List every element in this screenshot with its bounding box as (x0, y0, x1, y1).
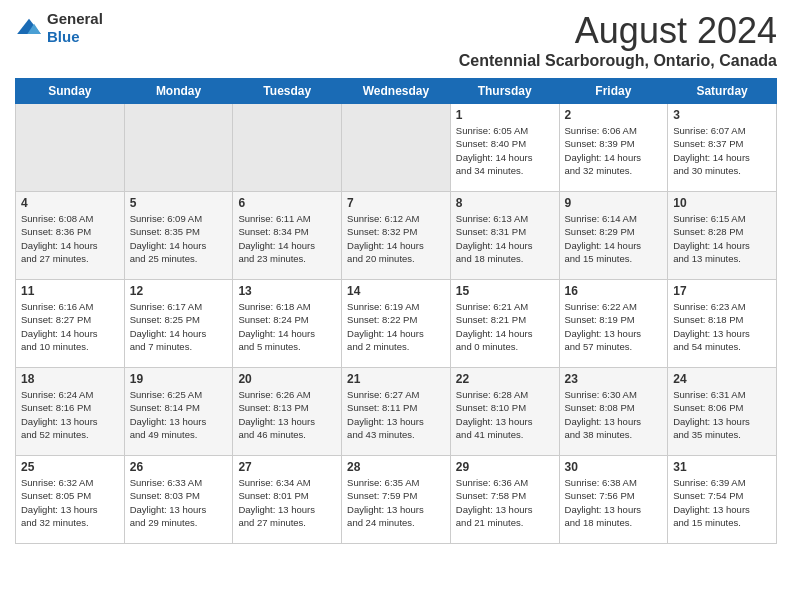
day-number: 7 (347, 196, 445, 210)
day-info: Sunrise: 6:09 AM Sunset: 8:35 PM Dayligh… (130, 212, 228, 265)
day-info: Sunrise: 6:26 AM Sunset: 8:13 PM Dayligh… (238, 388, 336, 441)
day-number: 29 (456, 460, 554, 474)
day-number: 21 (347, 372, 445, 386)
calendar-cell: 6Sunrise: 6:11 AM Sunset: 8:34 PM Daylig… (233, 192, 342, 280)
calendar-cell (124, 104, 233, 192)
calendar-week-1: 1Sunrise: 6:05 AM Sunset: 8:40 PM Daylig… (16, 104, 777, 192)
day-number: 6 (238, 196, 336, 210)
calendar-cell: 19Sunrise: 6:25 AM Sunset: 8:14 PM Dayli… (124, 368, 233, 456)
day-number: 31 (673, 460, 771, 474)
day-info: Sunrise: 6:19 AM Sunset: 8:22 PM Dayligh… (347, 300, 445, 353)
day-header-saturday: Saturday (668, 79, 777, 104)
day-info: Sunrise: 6:28 AM Sunset: 8:10 PM Dayligh… (456, 388, 554, 441)
day-info: Sunrise: 6:18 AM Sunset: 8:24 PM Dayligh… (238, 300, 336, 353)
main-title: August 2024 (459, 10, 777, 52)
calendar-cell: 21Sunrise: 6:27 AM Sunset: 8:11 PM Dayli… (342, 368, 451, 456)
day-header-wednesday: Wednesday (342, 79, 451, 104)
day-info: Sunrise: 6:30 AM Sunset: 8:08 PM Dayligh… (565, 388, 663, 441)
day-number: 17 (673, 284, 771, 298)
day-number: 24 (673, 372, 771, 386)
calendar-cell: 2Sunrise: 6:06 AM Sunset: 8:39 PM Daylig… (559, 104, 668, 192)
day-number: 27 (238, 460, 336, 474)
calendar-cell: 13Sunrise: 6:18 AM Sunset: 8:24 PM Dayli… (233, 280, 342, 368)
day-info: Sunrise: 6:38 AM Sunset: 7:56 PM Dayligh… (565, 476, 663, 529)
calendar-cell: 25Sunrise: 6:32 AM Sunset: 8:05 PM Dayli… (16, 456, 125, 544)
day-info: Sunrise: 6:31 AM Sunset: 8:06 PM Dayligh… (673, 388, 771, 441)
day-number: 4 (21, 196, 119, 210)
day-number: 18 (21, 372, 119, 386)
calendar-cell (233, 104, 342, 192)
calendar-cell: 28Sunrise: 6:35 AM Sunset: 7:59 PM Dayli… (342, 456, 451, 544)
day-number: 20 (238, 372, 336, 386)
day-number: 8 (456, 196, 554, 210)
day-info: Sunrise: 6:34 AM Sunset: 8:01 PM Dayligh… (238, 476, 336, 529)
day-number: 13 (238, 284, 336, 298)
calendar-cell: 15Sunrise: 6:21 AM Sunset: 8:21 PM Dayli… (450, 280, 559, 368)
day-info: Sunrise: 6:16 AM Sunset: 8:27 PM Dayligh… (21, 300, 119, 353)
day-header-friday: Friday (559, 79, 668, 104)
day-info: Sunrise: 6:14 AM Sunset: 8:29 PM Dayligh… (565, 212, 663, 265)
day-header-sunday: Sunday (16, 79, 125, 104)
day-number: 11 (21, 284, 119, 298)
day-info: Sunrise: 6:25 AM Sunset: 8:14 PM Dayligh… (130, 388, 228, 441)
calendar-table: SundayMondayTuesdayWednesdayThursdayFrid… (15, 78, 777, 544)
calendar-cell: 22Sunrise: 6:28 AM Sunset: 8:10 PM Dayli… (450, 368, 559, 456)
calendar-cell: 31Sunrise: 6:39 AM Sunset: 7:54 PM Dayli… (668, 456, 777, 544)
calendar-cell: 4Sunrise: 6:08 AM Sunset: 8:36 PM Daylig… (16, 192, 125, 280)
day-header-tuesday: Tuesday (233, 79, 342, 104)
day-info: Sunrise: 6:11 AM Sunset: 8:34 PM Dayligh… (238, 212, 336, 265)
day-info: Sunrise: 6:27 AM Sunset: 8:11 PM Dayligh… (347, 388, 445, 441)
day-number: 26 (130, 460, 228, 474)
calendar-cell: 30Sunrise: 6:38 AM Sunset: 7:56 PM Dayli… (559, 456, 668, 544)
logo-text-general: General (47, 10, 103, 27)
subtitle: Centennial Scarborough, Ontario, Canada (459, 52, 777, 70)
day-header-monday: Monday (124, 79, 233, 104)
logo-text-blue: Blue (47, 28, 80, 45)
calendar-cell: 1Sunrise: 6:05 AM Sunset: 8:40 PM Daylig… (450, 104, 559, 192)
day-info: Sunrise: 6:22 AM Sunset: 8:19 PM Dayligh… (565, 300, 663, 353)
day-number: 5 (130, 196, 228, 210)
calendar-cell: 27Sunrise: 6:34 AM Sunset: 8:01 PM Dayli… (233, 456, 342, 544)
calendar-cell: 24Sunrise: 6:31 AM Sunset: 8:06 PM Dayli… (668, 368, 777, 456)
day-info: Sunrise: 6:35 AM Sunset: 7:59 PM Dayligh… (347, 476, 445, 529)
calendar-cell: 10Sunrise: 6:15 AM Sunset: 8:28 PM Dayli… (668, 192, 777, 280)
day-number: 1 (456, 108, 554, 122)
day-info: Sunrise: 6:23 AM Sunset: 8:18 PM Dayligh… (673, 300, 771, 353)
day-number: 22 (456, 372, 554, 386)
day-number: 25 (21, 460, 119, 474)
calendar-cell: 3Sunrise: 6:07 AM Sunset: 8:37 PM Daylig… (668, 104, 777, 192)
day-number: 14 (347, 284, 445, 298)
day-number: 12 (130, 284, 228, 298)
day-info: Sunrise: 6:33 AM Sunset: 8:03 PM Dayligh… (130, 476, 228, 529)
calendar-cell (342, 104, 451, 192)
day-number: 3 (673, 108, 771, 122)
day-info: Sunrise: 6:39 AM Sunset: 7:54 PM Dayligh… (673, 476, 771, 529)
calendar-cell: 5Sunrise: 6:09 AM Sunset: 8:35 PM Daylig… (124, 192, 233, 280)
calendar-cell: 12Sunrise: 6:17 AM Sunset: 8:25 PM Dayli… (124, 280, 233, 368)
day-info: Sunrise: 6:06 AM Sunset: 8:39 PM Dayligh… (565, 124, 663, 177)
day-number: 28 (347, 460, 445, 474)
calendar-cell: 9Sunrise: 6:14 AM Sunset: 8:29 PM Daylig… (559, 192, 668, 280)
calendar-cell: 16Sunrise: 6:22 AM Sunset: 8:19 PM Dayli… (559, 280, 668, 368)
calendar-week-4: 18Sunrise: 6:24 AM Sunset: 8:16 PM Dayli… (16, 368, 777, 456)
logo: General Blue (15, 10, 103, 46)
title-section: August 2024 Centennial Scarborough, Onta… (459, 10, 777, 70)
day-info: Sunrise: 6:13 AM Sunset: 8:31 PM Dayligh… (456, 212, 554, 265)
day-info: Sunrise: 6:21 AM Sunset: 8:21 PM Dayligh… (456, 300, 554, 353)
calendar-cell (16, 104, 125, 192)
day-info: Sunrise: 6:17 AM Sunset: 8:25 PM Dayligh… (130, 300, 228, 353)
day-number: 2 (565, 108, 663, 122)
day-header-thursday: Thursday (450, 79, 559, 104)
calendar-cell: 23Sunrise: 6:30 AM Sunset: 8:08 PM Dayli… (559, 368, 668, 456)
day-info: Sunrise: 6:05 AM Sunset: 8:40 PM Dayligh… (456, 124, 554, 177)
calendar-cell: 14Sunrise: 6:19 AM Sunset: 8:22 PM Dayli… (342, 280, 451, 368)
calendar-cell: 17Sunrise: 6:23 AM Sunset: 8:18 PM Dayli… (668, 280, 777, 368)
day-info: Sunrise: 6:32 AM Sunset: 8:05 PM Dayligh… (21, 476, 119, 529)
day-info: Sunrise: 6:36 AM Sunset: 7:58 PM Dayligh… (456, 476, 554, 529)
calendar-body: 1Sunrise: 6:05 AM Sunset: 8:40 PM Daylig… (16, 104, 777, 544)
calendar-header-row: SundayMondayTuesdayWednesdayThursdayFrid… (16, 79, 777, 104)
day-info: Sunrise: 6:08 AM Sunset: 8:36 PM Dayligh… (21, 212, 119, 265)
calendar-week-2: 4Sunrise: 6:08 AM Sunset: 8:36 PM Daylig… (16, 192, 777, 280)
day-number: 19 (130, 372, 228, 386)
day-number: 23 (565, 372, 663, 386)
